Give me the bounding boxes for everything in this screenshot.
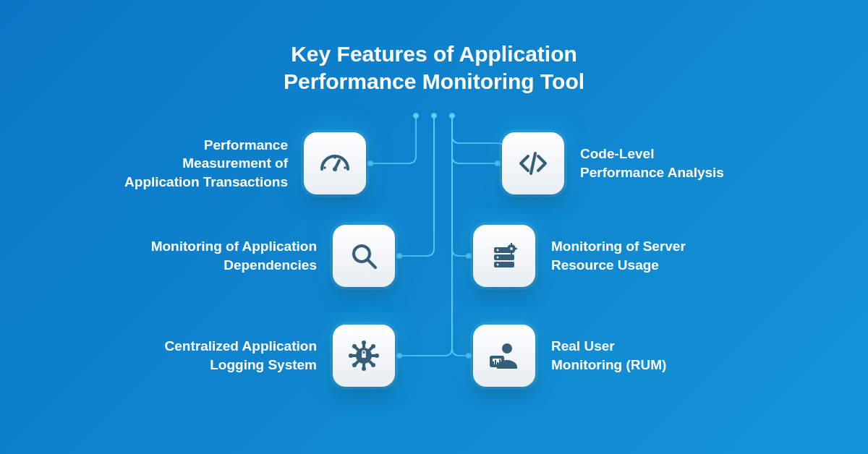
feature-server-usage: Monitoring of Server Resource Usage (473, 225, 754, 287)
svg-point-13 (333, 156, 336, 159)
feature-logging: Centralized Application Logging System (114, 325, 395, 387)
svg-point-12 (344, 166, 346, 169)
svg-rect-45 (506, 248, 508, 249)
feature-label: Monitoring of Application Dependencies (114, 237, 317, 274)
svg-point-47 (502, 343, 512, 354)
gauge-icon (304, 132, 366, 194)
svg-point-10 (333, 167, 337, 171)
feature-rum: Real User Monitoring (RUM) (473, 325, 754, 387)
user-monitor-icon (473, 325, 535, 387)
svg-point-8 (467, 354, 471, 358)
svg-point-0 (414, 113, 418, 118)
svg-point-39 (497, 257, 499, 259)
svg-rect-46 (515, 248, 517, 249)
feature-performance-transactions: Performance Measurement of Application T… (85, 132, 366, 194)
feature-label: Performance Measurement of Application T… (85, 136, 288, 192)
svg-line-32 (356, 361, 358, 364)
svg-point-5 (397, 354, 401, 358)
svg-point-6 (495, 161, 500, 166)
svg-point-7 (467, 254, 471, 258)
feature-label: Code-Level Performance Analysis (580, 145, 783, 181)
svg-point-42 (510, 247, 513, 250)
feature-label: Monitoring of Server Resource Usage (551, 237, 754, 274)
server-gear-icon (473, 225, 535, 287)
svg-rect-17 (362, 354, 366, 358)
code-icon (502, 132, 564, 194)
feature-label: Real User Monitoring (RUM) (551, 337, 754, 374)
svg-rect-44 (511, 252, 512, 254)
svg-point-4 (397, 254, 401, 258)
svg-line-30 (356, 348, 358, 350)
svg-line-33 (370, 361, 372, 364)
svg-point-3 (368, 161, 373, 166)
feature-code-level: Code-Level Performance Analysis (502, 132, 783, 194)
svg-line-15 (368, 260, 375, 267)
feature-label: Centralized Application Logging System (114, 337, 317, 374)
svg-point-11 (323, 166, 326, 169)
svg-point-40 (497, 264, 499, 266)
network-lock-icon (333, 325, 395, 387)
svg-rect-43 (511, 243, 512, 245)
svg-line-34 (531, 153, 535, 174)
page-title: Key Features of Application Performance … (284, 40, 584, 95)
search-icon (333, 225, 395, 287)
svg-point-2 (450, 113, 454, 118)
svg-line-31 (370, 348, 372, 350)
svg-point-1 (432, 113, 436, 118)
svg-point-38 (497, 249, 499, 252)
feature-dependencies: Monitoring of Application Dependencies (114, 225, 395, 287)
